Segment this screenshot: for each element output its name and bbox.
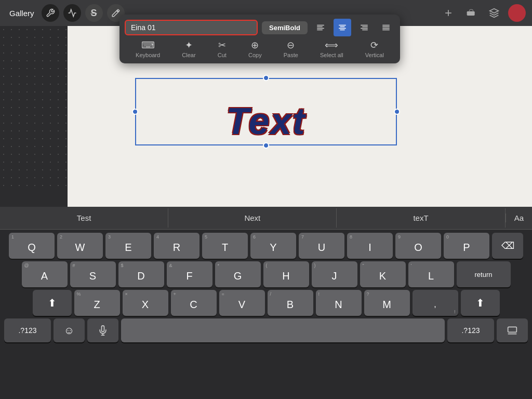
handle-bottom[interactable] (263, 142, 269, 149)
svg-rect-24 (508, 327, 517, 332)
copy-action[interactable]: ⊕ Copy (244, 38, 266, 59)
adjust-button[interactable] (63, 4, 81, 22)
dot-grid (0, 26, 68, 192)
text-format-toolbar: SemiBold ⌨ Keyboard ✦ C (119, 15, 400, 63)
erase-icon (466, 8, 476, 18)
key-J[interactable]: )J (312, 261, 357, 287)
vertical-icon: ⟳ (370, 39, 378, 51)
key-M[interactable]: ?M (364, 290, 410, 316)
keyboard-rows: 1Q 2W 3E 4R 5T 6Y 7U 8I 9O 0P ⌫ @A #S $D… (0, 230, 532, 344)
key-I[interactable]: 8I (347, 233, 393, 259)
paste-label: Paste (284, 52, 298, 58)
key-numeric[interactable]: .?123 (4, 318, 51, 342)
align-center-icon (338, 23, 347, 32)
keyboard-area: Test Next texT Aa 1Q 2W 3E 4R 5T 6Y 7U 8… (0, 207, 532, 399)
select-all-action[interactable]: ⟺ Select all (316, 38, 348, 59)
key-comma[interactable]: ,! (413, 290, 458, 316)
autocorrect-suggestion-2[interactable]: Next (168, 208, 337, 228)
key-A[interactable]: @A (22, 261, 68, 287)
wrench-icon (46, 8, 55, 18)
select-all-label: Select all (320, 52, 343, 58)
pencil-icon (443, 8, 454, 18)
font-name-input[interactable] (125, 20, 258, 35)
autocorrect-suggestion-3[interactable]: texT (337, 208, 505, 228)
key-V[interactable]: =V (219, 290, 265, 316)
key-Z[interactable]: %Z (74, 290, 120, 316)
canvas-text: Text (136, 100, 396, 142)
key-X[interactable]: ×X (123, 290, 168, 316)
key-numeric-right[interactable]: .?123 (447, 318, 494, 342)
brush-icon (111, 8, 121, 18)
cut-action[interactable]: ✂ Cut (214, 38, 231, 59)
key-C[interactable]: +C (171, 290, 217, 316)
cut-icon: ✂ (218, 39, 226, 51)
keyboard-hide-icon (507, 325, 517, 336)
select-all-icon: ⟺ (325, 39, 338, 51)
text-selection-box[interactable]: Text (135, 78, 397, 145)
layers-button[interactable] (485, 4, 503, 22)
key-G[interactable]: *G (215, 261, 261, 287)
key-emoji[interactable]: ☺ (54, 318, 85, 342)
key-shift-right[interactable]: ⬆ (461, 290, 500, 316)
copy-label: Copy (248, 52, 262, 58)
key-P[interactable]: 0P (444, 233, 489, 259)
clear-label: Clear (182, 52, 195, 58)
key-B[interactable]: /B (268, 290, 313, 316)
key-F[interactable]: &F (167, 261, 212, 287)
erase-button[interactable] (462, 4, 480, 22)
handle-top[interactable] (263, 75, 269, 81)
layers-icon (489, 8, 499, 18)
vertical-action[interactable]: ⟳ Vertical (361, 38, 388, 59)
paste-action[interactable]: ⊖ Paste (280, 38, 302, 59)
key-D[interactable]: $D (118, 261, 164, 287)
bottom-row: .?123 ☺ .?123 (2, 318, 530, 342)
key-row-3: ⬆ %Z ×X +C =V /B !N ?M ,! ⬆ (2, 290, 530, 316)
key-T[interactable]: 5T (202, 233, 248, 259)
adjust-icon (68, 8, 77, 18)
key-H[interactable]: (H (263, 261, 309, 287)
paste-icon: ⊖ (287, 39, 295, 51)
align-justify-button[interactable] (377, 19, 395, 36)
toolbar-right (440, 4, 526, 22)
align-right-button[interactable] (355, 19, 373, 36)
text-format-bottom-row: ⌨ Keyboard ✦ Clear ✂ Cut ⊕ Copy ⊖ Paste … (125, 38, 395, 59)
font-style-button[interactable]: SemiBold (262, 21, 308, 34)
key-backspace[interactable]: ⌫ (492, 233, 523, 259)
key-N[interactable]: !N (316, 290, 362, 316)
key-row-1: 1Q 2W 3E 4R 5T 6Y 7U 8I 9O 0P ⌫ (2, 233, 530, 259)
key-Q[interactable]: 1Q (9, 233, 55, 259)
key-K[interactable]: "K (360, 261, 406, 287)
left-sidebar (0, 26, 68, 207)
keyboard-action[interactable]: ⌨ Keyboard (131, 38, 164, 59)
autocorrect-suggestion-1[interactable]: Test (0, 208, 168, 228)
align-left-button[interactable] (312, 19, 329, 36)
clear-icon: ✦ (185, 39, 193, 51)
key-L[interactable]: 'L (408, 261, 454, 287)
avatar-button[interactable] (508, 4, 526, 22)
aa-button[interactable]: Aa (506, 214, 532, 222)
key-space[interactable] (121, 318, 445, 342)
align-left-icon (316, 23, 325, 32)
pencil-button[interactable] (440, 4, 457, 22)
key-R[interactable]: 4R (154, 233, 200, 259)
key-row-2: @A #S $D &F *G (H )J "K 'L return (2, 261, 530, 287)
key-mic[interactable] (87, 318, 118, 342)
key-Y[interactable]: 6Y (250, 233, 296, 259)
key-E[interactable]: 3E (105, 233, 151, 259)
align-center-button[interactable] (334, 19, 351, 36)
key-S[interactable]: #S (70, 261, 116, 287)
key-return[interactable]: return (457, 261, 511, 287)
wrench-button[interactable] (42, 4, 59, 22)
svg-marker-3 (490, 9, 499, 13)
clear-action[interactable]: ✦ Clear (178, 38, 200, 59)
copy-icon: ⊕ (251, 39, 259, 51)
key-keyboard-hide[interactable] (497, 318, 528, 342)
gallery-button[interactable]: Gallery (6, 7, 37, 20)
key-shift-left[interactable]: ⬆ (33, 290, 72, 316)
key-W[interactable]: 2W (57, 233, 103, 259)
keyboard-label: Keyboard (136, 52, 160, 58)
smudge-button[interactable]: S (85, 4, 103, 22)
key-U[interactable]: 7U (299, 233, 344, 259)
vertical-label: Vertical (365, 52, 384, 58)
key-O[interactable]: 9O (395, 233, 441, 259)
